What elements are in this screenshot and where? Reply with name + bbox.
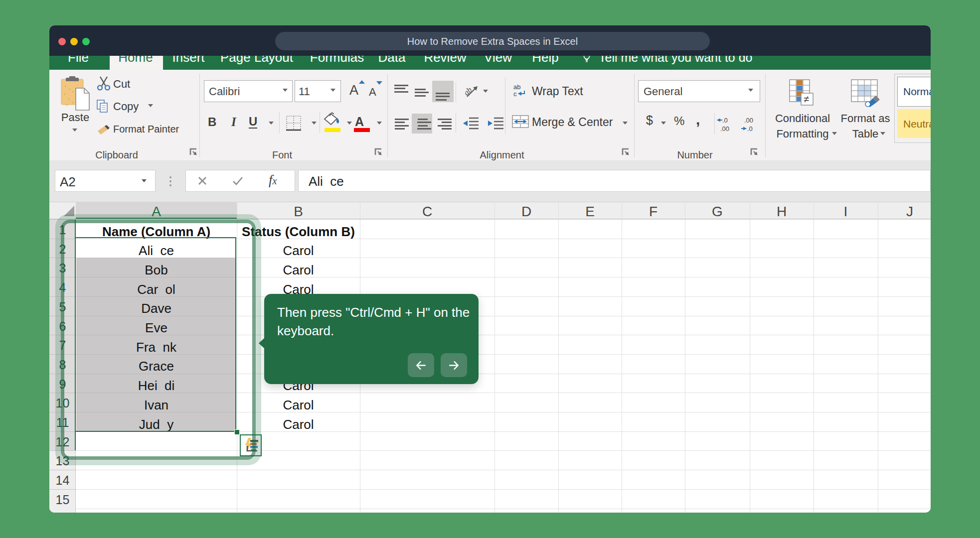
svg-text:.0: .0 [747,125,753,133]
svg-text:.00: .00 [720,125,729,133]
svg-text:.00: .00 [744,117,753,124]
svg-text:.0: .0 [722,117,728,124]
svg-text:ab: ab [513,83,520,91]
svg-text:≠: ≠ [804,94,809,105]
svg-text:c: c [513,90,517,98]
